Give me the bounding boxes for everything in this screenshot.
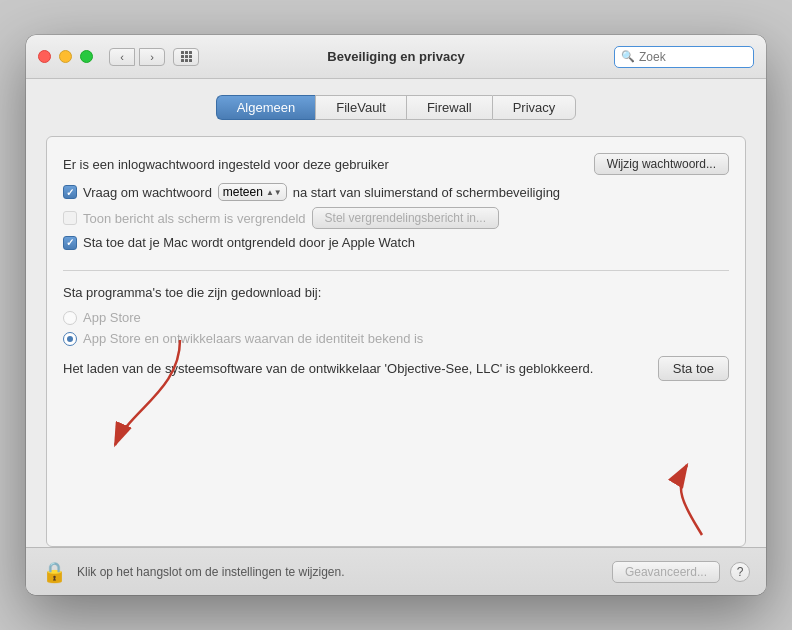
forward-button[interactable]: › <box>139 48 165 66</box>
app-store-dev-radio[interactable] <box>63 332 77 346</box>
title-bar: ‹ › Beveiliging en privacy 🔍 <box>26 35 766 79</box>
ask-password-checkbox[interactable] <box>63 185 77 199</box>
password-section: Er is een inlogwachtwoord ingesteld voor… <box>63 153 729 271</box>
help-button[interactable]: ? <box>730 562 750 582</box>
tab-algemeen[interactable]: Algemeen <box>216 95 316 120</box>
app-store-label: App Store <box>83 310 141 325</box>
grid-button[interactable] <box>173 48 199 66</box>
search-icon: 🔍 <box>621 50 635 63</box>
close-button[interactable] <box>38 50 51 63</box>
search-input[interactable] <box>639 50 747 64</box>
show-message-checkbox[interactable] <box>63 211 77 225</box>
change-password-button[interactable]: Wijzig wachtwoord... <box>594 153 729 175</box>
apple-watch-row: Sta toe dat je Mac wordt ontgrendeld doo… <box>63 235 729 250</box>
password-label: Er is een inlogwachtwoord ingesteld voor… <box>63 157 389 172</box>
app-store-dev-label: App Store en ontwikkelaars waarvan de id… <box>83 331 423 346</box>
password-row: Er is een inlogwachtwoord ingesteld voor… <box>63 153 729 175</box>
tab-privacy[interactable]: Privacy <box>492 95 577 120</box>
content-area: Algemeen FileVault Firewall Privacy Er i… <box>26 79 766 547</box>
blocked-section: Het laden van de systeemsoftware van de … <box>63 356 729 381</box>
tab-firewall[interactable]: Firewall <box>406 95 492 120</box>
ask-password-label: Vraag om wachtwoord <box>83 185 212 200</box>
nav-buttons: ‹ › <box>109 48 165 66</box>
show-message-label: Toon bericht als scherm is vergrendeld <box>83 211 306 226</box>
lock-icon: 🔒 <box>42 560 67 584</box>
lock-label: Klik op het hangslot om de instellingen … <box>77 565 602 579</box>
main-panel: Er is een inlogwachtwoord ingesteld voor… <box>46 136 746 547</box>
app-store-radio[interactable] <box>63 311 77 325</box>
show-message-row: Toon bericht als scherm is vergrendeld S… <box>63 207 729 229</box>
blocked-text: Het laden van de systeemsoftware van de … <box>63 361 646 376</box>
timing-value: meteen <box>223 185 263 199</box>
set-message-button[interactable]: Stel vergrendelingsbericht in... <box>312 207 499 229</box>
app-store-dev-row: App Store en ontwikkelaars waarvan de id… <box>63 331 729 346</box>
app-store-row: App Store <box>63 310 729 325</box>
apple-watch-label: Sta toe dat je Mac wordt ontgrendeld doo… <box>83 235 415 250</box>
window-title: Beveiliging en privacy <box>327 49 464 64</box>
bottom-bar: 🔒 Klik op het hangslot om de instellinge… <box>26 547 766 595</box>
main-window: ‹ › Beveiliging en privacy 🔍 Algemeen Fi… <box>26 35 766 595</box>
after-sleep-label: na start van sluimerstand of schermbevei… <box>293 185 560 200</box>
apple-watch-checkbox[interactable] <box>63 236 77 250</box>
back-button[interactable]: ‹ <box>109 48 135 66</box>
dropdown-arrow-icon: ▲▼ <box>266 188 282 197</box>
maximize-button[interactable] <box>80 50 93 63</box>
allow-button[interactable]: Sta toe <box>658 356 729 381</box>
grid-icon <box>181 51 192 62</box>
traffic-lights <box>38 50 93 63</box>
tab-filevault[interactable]: FileVault <box>315 95 406 120</box>
downloads-section: Sta programma's toe die zijn gedownload … <box>63 285 729 381</box>
search-box[interactable]: 🔍 <box>614 46 754 68</box>
ask-password-row: Vraag om wachtwoord meteen ▲▼ na start v… <box>63 183 729 201</box>
minimize-button[interactable] <box>59 50 72 63</box>
tab-bar: Algemeen FileVault Firewall Privacy <box>46 95 746 120</box>
timing-dropdown[interactable]: meteen ▲▼ <box>218 183 287 201</box>
advanced-button[interactable]: Geavanceerd... <box>612 561 720 583</box>
downloads-title: Sta programma's toe die zijn gedownload … <box>63 285 729 300</box>
